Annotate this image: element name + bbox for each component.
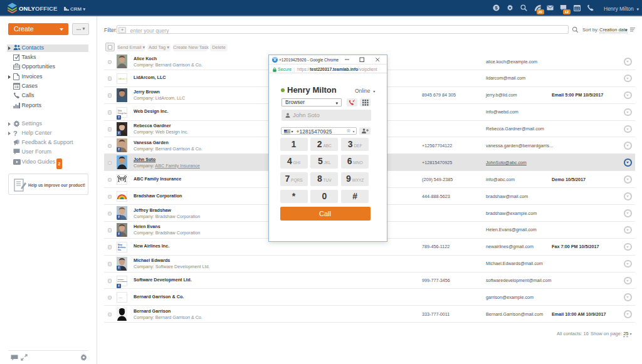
svg-text:$: $	[495, 5, 498, 11]
svg-text:?: ?	[13, 130, 18, 137]
svg-text:Development: Development	[118, 281, 127, 283]
svg-text:Inc.: Inc.	[118, 248, 122, 251]
svg-text:LidArcom, LLC: LidArcom, LLC	[118, 78, 127, 80]
svg-text:—&Co.: —&Co.	[118, 297, 122, 298]
svg-text:Design Inc.: Design Inc.	[118, 112, 127, 114]
